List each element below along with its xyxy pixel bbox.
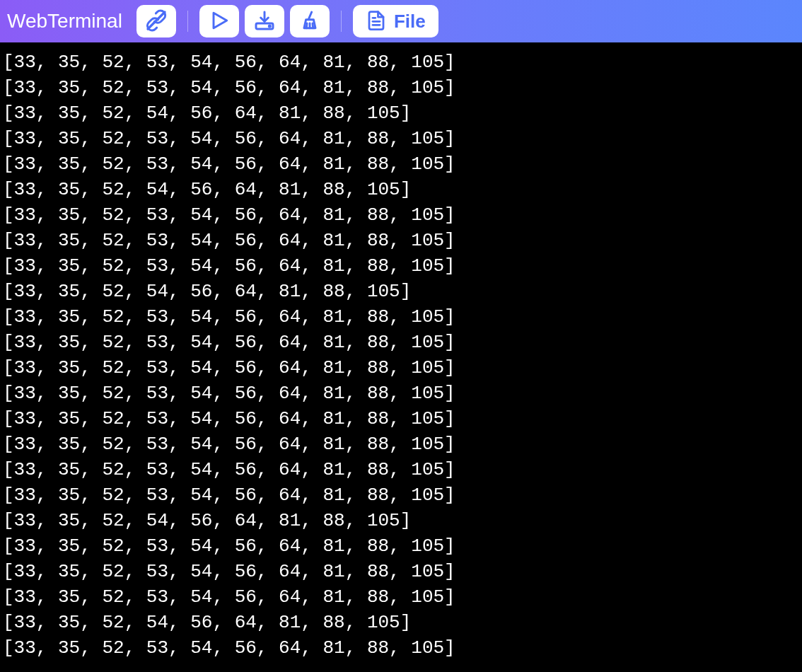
link-button[interactable] [136, 5, 176, 37]
terminal-output[interactable]: [33, 35, 52, 53, 54, 56, 64, 81, 88, 105… [0, 42, 802, 672]
terminal-line: [33, 35, 52, 53, 54, 56, 64, 81, 88, 105… [3, 304, 802, 330]
terminal-line: [33, 35, 52, 53, 54, 56, 64, 81, 88, 105… [3, 482, 802, 508]
download-icon [253, 9, 276, 34]
download-button[interactable] [245, 5, 284, 37]
terminal-line: [33, 35, 52, 53, 54, 56, 64, 81, 88, 105… [3, 406, 802, 431]
terminal-line: [33, 35, 52, 53, 54, 56, 64, 81, 88, 105… [3, 330, 802, 355]
svg-line-4 [306, 23, 307, 28]
terminal-line: [33, 35, 52, 53, 54, 56, 64, 81, 88, 105… [3, 457, 802, 482]
terminal-line: [33, 35, 52, 53, 54, 56, 64, 81, 88, 105… [3, 126, 802, 151]
terminal-line: [33, 35, 52, 53, 54, 56, 64, 81, 88, 105… [3, 75, 802, 100]
terminal-line: [33, 35, 52, 54, 56, 64, 81, 88, 105] [3, 279, 802, 304]
clear-button[interactable] [290, 5, 330, 37]
toolbar-divider [187, 11, 188, 32]
file-icon [366, 10, 387, 33]
terminal-line: [33, 35, 52, 54, 56, 64, 81, 88, 105] [3, 100, 802, 126]
terminal-line: [33, 35, 52, 54, 56, 64, 81, 88, 105] [3, 508, 802, 533]
link-icon [145, 9, 168, 34]
file-button-label: File [394, 11, 426, 33]
terminal-line: [33, 35, 52, 53, 54, 56, 64, 81, 88, 105… [3, 635, 802, 661]
terminal-line: [33, 35, 52, 53, 54, 56, 64, 81, 88, 105… [3, 253, 802, 279]
terminal-line: [33, 35, 52, 53, 54, 56, 64, 81, 88, 105… [3, 559, 802, 584]
terminal-line: [33, 35, 52, 53, 54, 56, 64, 81, 88, 105… [3, 151, 802, 177]
svg-point-3 [269, 25, 270, 26]
terminal-line: [33, 35, 52, 53, 54, 56, 64, 81, 88, 105… [3, 228, 802, 253]
terminal-line: [33, 35, 52, 54, 56, 64, 81, 88, 105] [3, 177, 802, 202]
svg-marker-1 [214, 13, 227, 28]
toolbar: WebTerminal [0, 0, 802, 42]
terminal-line: [33, 35, 52, 53, 54, 56, 64, 81, 88, 105… [3, 50, 802, 75]
broom-icon [298, 9, 321, 34]
terminal-line: [33, 35, 52, 53, 54, 56, 64, 81, 88, 105… [3, 381, 802, 406]
terminal-line: [33, 35, 52, 53, 54, 56, 64, 81, 88, 105… [3, 584, 802, 610]
play-icon [208, 9, 231, 34]
terminal-line: [33, 35, 52, 53, 54, 56, 64, 81, 88, 105… [3, 355, 802, 381]
terminal-line: [33, 35, 52, 53, 54, 56, 64, 81, 88, 105… [3, 202, 802, 228]
svg-line-6 [313, 23, 313, 28]
toolbar-divider [341, 11, 342, 32]
run-button[interactable] [199, 5, 239, 37]
terminal-line: [33, 35, 52, 53, 54, 56, 64, 81, 88, 105… [3, 431, 802, 457]
terminal-line: [33, 35, 52, 54, 56, 64, 81, 88, 105] [3, 610, 802, 635]
app-title: WebTerminal [7, 10, 122, 33]
file-button[interactable]: File [353, 5, 438, 37]
terminal-line: [33, 35, 52, 53, 54, 56, 64, 81, 88, 105… [3, 533, 802, 559]
